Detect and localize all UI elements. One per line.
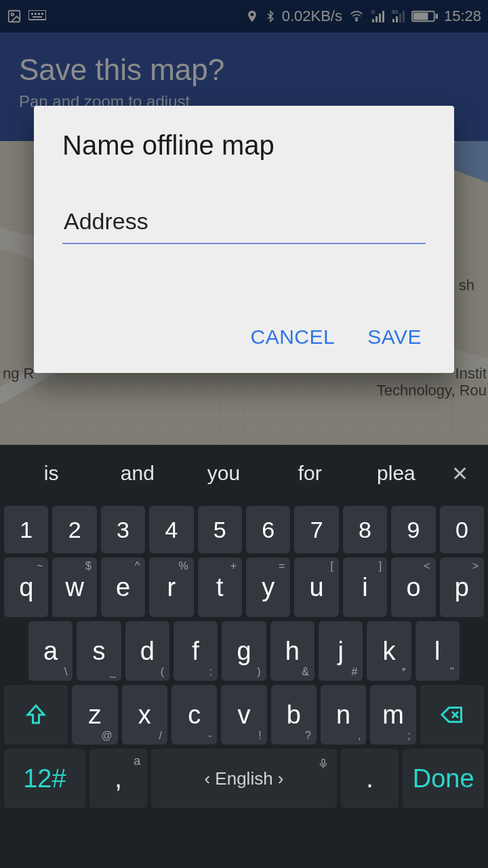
key-g[interactable]: g) bbox=[222, 621, 266, 681]
key-c[interactable]: c- bbox=[171, 685, 217, 745]
key-q[interactable]: ~q bbox=[4, 557, 48, 617]
key-r[interactable]: %r bbox=[149, 557, 193, 617]
key-n[interactable]: n, bbox=[321, 685, 366, 745]
suggestion[interactable]: you bbox=[182, 462, 265, 485]
suggestion[interactable]: plea bbox=[354, 462, 438, 485]
language-key[interactable]: a , bbox=[89, 749, 148, 808]
suggestion[interactable]: is bbox=[9, 462, 93, 485]
key-6[interactable]: 6 bbox=[246, 506, 290, 553]
key-j[interactable]: j# bbox=[319, 621, 363, 681]
key-b[interactable]: b? bbox=[271, 685, 317, 745]
key-0[interactable]: 0 bbox=[440, 506, 484, 553]
key-2[interactable]: 2 bbox=[52, 506, 96, 553]
space-key[interactable]: ‹ English › bbox=[151, 749, 337, 808]
soft-keyboard: is and you for plea ✕ 1234567890 ~q$w^e%… bbox=[0, 445, 488, 868]
key-w[interactable]: $w bbox=[52, 557, 96, 617]
key-z[interactable]: z@ bbox=[72, 685, 117, 745]
offline-map-name-input[interactable] bbox=[62, 203, 426, 244]
key-4[interactable]: 4 bbox=[149, 506, 193, 553]
key-v[interactable]: v! bbox=[221, 685, 266, 745]
key-a[interactable]: a\ bbox=[28, 621, 73, 681]
key-3[interactable]: 3 bbox=[101, 506, 145, 553]
key-9[interactable]: 9 bbox=[391, 506, 435, 553]
key-l[interactable]: l" bbox=[415, 621, 460, 681]
key-u[interactable]: [u bbox=[294, 557, 338, 617]
key-m[interactable]: m; bbox=[370, 685, 415, 745]
key-k[interactable]: k* bbox=[367, 621, 411, 681]
backspace-key[interactable] bbox=[420, 685, 484, 745]
key-d[interactable]: d( bbox=[125, 621, 169, 681]
key-h[interactable]: h& bbox=[270, 621, 314, 681]
suggestion[interactable]: for bbox=[268, 462, 352, 485]
key-p[interactable]: >p bbox=[440, 557, 484, 617]
svg-rect-22 bbox=[322, 759, 325, 764]
period-key[interactable]: . bbox=[341, 749, 399, 808]
save-button[interactable]: SAVE bbox=[367, 326, 422, 349]
dialog-title: Name offline map bbox=[62, 130, 426, 161]
key-7[interactable]: 7 bbox=[294, 506, 338, 553]
key-5[interactable]: 5 bbox=[198, 506, 242, 553]
key-i[interactable]: ]i bbox=[343, 557, 387, 617]
key-x[interactable]: x/ bbox=[122, 685, 167, 745]
key-y[interactable]: =y bbox=[246, 557, 290, 617]
done-key[interactable]: Done bbox=[403, 749, 484, 808]
shift-key[interactable] bbox=[4, 685, 68, 745]
key-e[interactable]: ^e bbox=[101, 557, 145, 617]
suggestion-row: is and you for plea ✕ bbox=[0, 445, 488, 502]
mic-icon bbox=[318, 754, 329, 775]
key-s[interactable]: s_ bbox=[77, 621, 121, 681]
suggestion[interactable]: and bbox=[96, 462, 179, 485]
cancel-button[interactable]: CANCEL bbox=[250, 326, 335, 349]
key-o[interactable]: <o bbox=[391, 557, 435, 617]
key-1[interactable]: 1 bbox=[4, 506, 48, 553]
name-offline-map-dialog: Name offline map CANCEL SAVE bbox=[34, 106, 454, 373]
key-t[interactable]: +t bbox=[198, 557, 242, 617]
close-suggestions-icon[interactable]: ✕ bbox=[441, 462, 479, 486]
symbols-key[interactable]: 12# bbox=[4, 749, 85, 808]
key-f[interactable]: f: bbox=[174, 621, 218, 681]
key-8[interactable]: 8 bbox=[343, 506, 387, 553]
